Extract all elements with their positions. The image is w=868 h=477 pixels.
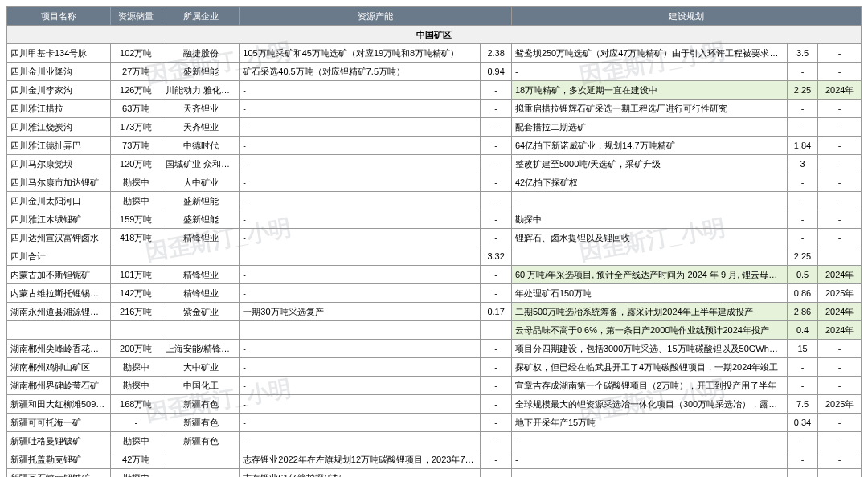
cell-yr: 2024年 — [818, 266, 862, 284]
cell-company — [162, 321, 239, 340]
cell-company: 国城矿业 众和股份 — [162, 155, 239, 173]
cell-capacity: - — [240, 414, 481, 432]
table-row: 新疆托盖勒克锂矿42万吨志存锂业2022年在左旗规划12万吨碳酸锂项目，2023… — [7, 450, 862, 469]
cell-yr: - — [818, 192, 862, 210]
cell-n2: - — [787, 192, 818, 210]
cell-name: 湖南郴州鸡脚山矿区 — [7, 358, 111, 377]
table-row: 四川马尔康市加达锂矿勘探中大中矿业--42亿拍下探矿权-- — [7, 173, 862, 192]
cell-company: 上海安能/精锋锂业 — [162, 340, 239, 358]
header-row: 项目名称 资源储量 所属企业 资源产能 建设规划 — [7, 7, 862, 26]
cell-reserve: 159万吨 — [110, 210, 162, 229]
cell-capacity: - — [240, 118, 481, 137]
cell-capacity: - — [240, 100, 481, 118]
cell-n2: - — [787, 469, 818, 478]
cell-plan: 全球规模最大的锂资源采选冶一体化项目（300万吨采选冶），露天开采接续转地下，一… — [511, 395, 787, 414]
cell-name: 四川雅江木绒锂矿 — [7, 210, 111, 229]
cell-n1 — [481, 321, 512, 340]
cell-reserve: 120万吨 — [110, 155, 162, 173]
cell-name: 四川金川李家沟 — [7, 81, 111, 100]
cell-plan: 探矿权，但已经在临武县开工了4万吨碳酸锂项目，一期2024年竣工 — [511, 358, 787, 377]
cell-n2: 2.25 — [787, 247, 818, 266]
table-row: 四川雅江木绒锂矿159万吨盛新锂能--勘探中-- — [7, 210, 862, 229]
cell-plan: 项目分四期建设，包括3000万吨采选、15万吨碳酸锂以及50GWh锂电池全产业链… — [511, 340, 787, 358]
cell-yr: 2025年 — [818, 395, 862, 414]
cell-yr: - — [818, 358, 862, 377]
section-title: 中国矿区 — [7, 26, 862, 44]
table-row: 四川甲基卡134号脉102万吨融捷股份105万吨采矿和45万吨选矿（对应19万吨… — [7, 44, 862, 63]
table-row: 内蒙古加不斯钽铌矿101万吨精锋锂业--60 万吨/年采选项目, 预计全产线达产… — [7, 266, 862, 284]
table-row: 四川金川业隆沟27万吨盛新锂能矿石采选40.5万吨（对应锂精矿7.5万吨）0.9… — [7, 63, 862, 81]
table-row: 四川雅江烧炭沟173万吨天齐锂业--配套措拉二期选矿-- — [7, 118, 862, 137]
cell-capacity: - — [240, 266, 481, 284]
cell-n1: - — [481, 377, 512, 395]
cell-name: 四川金川太阳河口 — [7, 192, 111, 210]
cell-capacity: - — [240, 210, 481, 229]
cell-capacity: 一期30万吨采选复产 — [240, 303, 481, 321]
cell-reserve: 勘探中 — [110, 358, 162, 377]
cell-n1: - — [481, 100, 512, 118]
cell-n1: 2.38 — [481, 44, 512, 63]
cell-plan: 二期500万吨选冶系统筹备，露采计划2024年上半年建成投产 — [511, 303, 787, 321]
cell-plan: 勘探中 — [511, 210, 787, 229]
cell-name: 内蒙古维拉斯托锂锡多金属矿 — [7, 284, 111, 303]
cell-name: 湖南郴州尖峰岭香花铺矿区 — [7, 340, 111, 358]
cell-reserve: 168万吨 — [110, 395, 162, 414]
cell-name: 四川金川业隆沟 — [7, 63, 111, 81]
cell-plan: - — [511, 192, 787, 210]
cell-n1: - — [481, 432, 512, 450]
cell-n2: 2.86 — [787, 303, 818, 321]
cell-n1: - — [481, 210, 512, 229]
cell-n1: - — [481, 284, 512, 303]
cell-yr: - — [818, 137, 862, 155]
cell-plan: 锂辉石、卤水提锂以及锂回收 — [511, 229, 787, 247]
table-row: 四川金川李家沟126万吨川能动力 雅化集团--18万吨精矿，多次延期一直在建设中… — [7, 81, 862, 100]
cell-reserve: 102万吨 — [110, 44, 162, 63]
table-row: 新疆和田大红柳滩509道班西锂铍钽稀有金属矿168万吨新疆有色--全球规模最大的… — [7, 395, 862, 414]
table-row: 四川达州宣汉富钾卤水418万吨精锋锂业--锂辉石、卤水提锂以及锂回收-- — [7, 229, 862, 247]
cell-company: 紫金矿业 — [162, 303, 239, 321]
cell-n1: 0.17 — [481, 303, 512, 321]
cell-n1: - — [481, 414, 512, 432]
cell-company: 新疆有色 — [162, 414, 239, 432]
cell-capacity: - — [240, 358, 481, 377]
table-row: 四川雅江措拉63万吨天齐锂业--拟重启措拉锂辉石矿采选一期工程选厂进行可行性研究… — [7, 100, 862, 118]
cell-reserve: 勘探中 — [110, 173, 162, 192]
cell-plan: - — [511, 450, 787, 469]
cell-name: 新疆瓦石峡南锂铍矿 — [7, 469, 111, 478]
table-row: 四川雅江德扯弄巴73万吨中德时代--64亿拍下新诺威矿业，规划14.7万吨精矿1… — [7, 137, 862, 155]
table-row: 四川金川太阳河口勘探中盛新锂能----- — [7, 192, 862, 210]
cell-capacity: - — [240, 81, 481, 100]
cell-reserve: 216万吨 — [110, 303, 162, 321]
cell-n2: - — [787, 210, 818, 229]
cell-company: 盛新锂能 — [162, 192, 239, 210]
cell-plan — [511, 247, 787, 266]
table-row: 内蒙古维拉斯托锂锡多金属矿142万吨精锋锂业--年处理矿石150万吨0.8620… — [7, 284, 862, 303]
cell-reserve: 27万吨 — [110, 63, 162, 81]
cell-n2: 3.5 — [787, 44, 818, 63]
table-row: 湖南郴州鸡脚山矿区勘探中大中矿业--探矿权，但已经在临武县开工了4万吨碳酸锂项目… — [7, 358, 862, 377]
cell-company: 精锋锂业 — [162, 284, 239, 303]
cell-capacity: - — [240, 137, 481, 155]
cell-reserve: 142万吨 — [110, 284, 162, 303]
table-row: 湖南郴州尖峰岭香花铺矿区200万吨上海安能/精锋锂业--项目分四期建设，包括30… — [7, 340, 862, 358]
cell-capacity: 志存锂业2022年在左旗规划12万吨碳酸锂项目，2023年7月一期6万吨生产线投… — [240, 450, 481, 469]
cell-n2: - — [787, 432, 818, 450]
cell-capacity: - — [240, 340, 481, 358]
cell-name: 四川雅江烧炭沟 — [7, 118, 111, 137]
cell-n2: 15 — [787, 340, 818, 358]
cell-name: 新疆托盖勒克锂矿 — [7, 450, 111, 469]
cell-capacity: - — [240, 155, 481, 173]
cell-capacity: - — [240, 377, 481, 395]
cell-name: 四川雅江德扯弄巴 — [7, 137, 111, 155]
cell-name: 湖南郴州界碑岭莹石矿 — [7, 377, 111, 395]
cell-yr: 2024年 — [818, 81, 862, 100]
cell-plan: 鸳鸯坝250万吨选矿（对应47万吨精矿）由于引入环评工程被要求改址，目前选址尚未… — [511, 44, 787, 63]
cell-capacity: - — [240, 229, 481, 247]
cell-n1: - — [481, 118, 512, 137]
cell-yr: - — [818, 450, 862, 469]
cell-company: 大中矿业 — [162, 358, 239, 377]
cell-n2: - — [787, 118, 818, 137]
cell-yr: - — [818, 340, 862, 358]
cell-company: 精锋锂业 — [162, 266, 239, 284]
h-name: 项目名称 — [7, 7, 111, 26]
